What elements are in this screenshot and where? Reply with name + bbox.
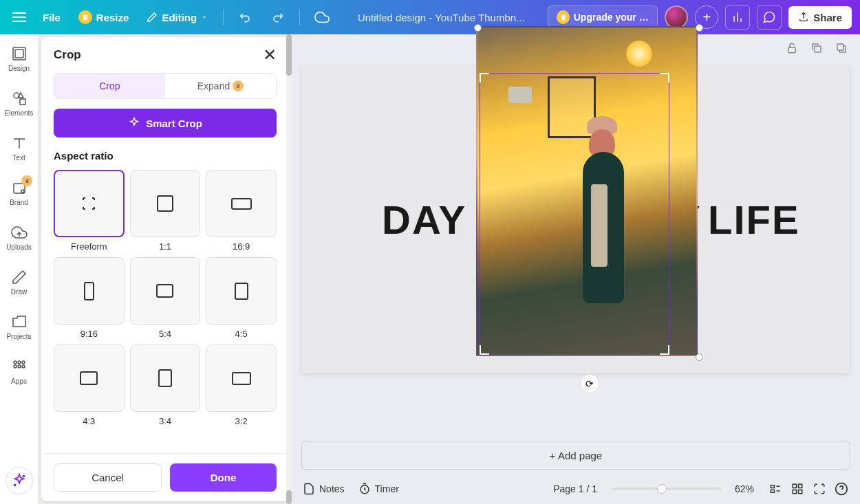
svg-rect-18 bbox=[771, 485, 774, 488]
svg-rect-1 bbox=[15, 50, 23, 58]
left-sidebar: Design Elements Text ♛Brand Uploads Draw… bbox=[0, 34, 39, 504]
crown-icon: ♛ bbox=[78, 10, 92, 24]
svg-point-8 bbox=[22, 361, 25, 364]
rotate-handle[interactable]: ⟳ bbox=[580, 374, 599, 393]
svg-point-6 bbox=[14, 361, 17, 364]
cancel-button[interactable]: Cancel bbox=[54, 463, 162, 492]
aspect-label: Freeform bbox=[54, 241, 125, 252]
svg-rect-3 bbox=[20, 99, 25, 105]
zoom-percentage[interactable]: 62% bbox=[735, 483, 754, 494]
aspect-label: 3:2 bbox=[206, 416, 277, 426]
sidebar-item-brand[interactable]: ♛Brand bbox=[0, 178, 38, 208]
panel-scrollbar[interactable] bbox=[286, 34, 292, 504]
crown-badge-icon: ♛ bbox=[21, 175, 32, 186]
aspect-label: 4:3 bbox=[54, 416, 125, 426]
aspect-ratio-16-9[interactable]: 16:9 bbox=[206, 170, 277, 252]
sparkle-icon bbox=[12, 473, 27, 488]
svg-point-11 bbox=[22, 365, 25, 368]
aspect-label: 5:4 bbox=[130, 329, 201, 339]
svg-point-12 bbox=[23, 476, 24, 477]
design-canvas[interactable]: DAY Y LIFE ⟳ bbox=[302, 66, 850, 373]
aspect-ratio-3-2[interactable]: 3:2 bbox=[206, 344, 277, 426]
outer-handle-tr[interactable] bbox=[696, 24, 703, 32]
svg-rect-15 bbox=[815, 46, 821, 52]
svg-rect-20 bbox=[793, 484, 796, 487]
sidebar-item-elements[interactable]: Elements bbox=[0, 89, 38, 118]
aspect-ratio-9-16[interactable]: 9:16 bbox=[54, 257, 125, 339]
canvas-text-day: DAY bbox=[382, 197, 466, 243]
zoom-slider[interactable] bbox=[611, 487, 721, 490]
cloud-sync-icon[interactable] bbox=[310, 5, 334, 30]
redo-button[interactable] bbox=[265, 5, 290, 30]
sidebar-item-uploads[interactable]: Uploads bbox=[0, 223, 38, 252]
upgrade-button[interactable]: ♛Upgrade your pl... bbox=[548, 6, 658, 29]
sidebar-item-draw[interactable]: Draw bbox=[0, 267, 38, 297]
sidebar-item-apps[interactable]: Apps bbox=[0, 357, 38, 386]
aspect-label: 16:9 bbox=[206, 241, 277, 252]
analytics-button[interactable] bbox=[725, 5, 750, 30]
share-button[interactable]: Share bbox=[788, 6, 852, 29]
sidebar-item-text[interactable]: Text bbox=[0, 133, 38, 163]
aspect-ratio-freeform[interactable]: Freeform bbox=[54, 170, 125, 252]
document-title[interactable]: Untitled design - YouTube Thumbn... bbox=[352, 12, 530, 23]
add-page-button[interactable]: + Add page bbox=[301, 441, 850, 470]
upload-icon bbox=[11, 224, 28, 241]
divider bbox=[223, 9, 224, 25]
aspect-ratio-4-3[interactable]: 4:3 bbox=[54, 344, 125, 426]
menu-button[interactable] bbox=[8, 6, 30, 28]
smart-crop-button[interactable]: Smart Crop bbox=[54, 109, 277, 138]
sidebar-item-design[interactable]: Design bbox=[0, 44, 38, 74]
view-grid-button[interactable] bbox=[790, 481, 805, 496]
export-icon[interactable] bbox=[834, 41, 849, 56]
svg-point-5 bbox=[21, 190, 24, 193]
svg-point-7 bbox=[18, 361, 21, 364]
resize-button[interactable]: ♛Resize bbox=[73, 6, 135, 28]
notes-icon bbox=[303, 483, 315, 495]
duplicate-icon[interactable] bbox=[809, 41, 824, 56]
svg-rect-16 bbox=[837, 44, 843, 50]
outer-handle-br[interactable] bbox=[696, 353, 703, 361]
comment-button[interactable] bbox=[757, 5, 782, 30]
aspect-ratio-3-4[interactable]: 3:4 bbox=[130, 344, 201, 426]
aspect-label: 3:4 bbox=[130, 416, 201, 426]
lock-icon[interactable] bbox=[784, 41, 799, 56]
magic-button[interactable] bbox=[6, 467, 33, 494]
outer-handle-tl[interactable] bbox=[474, 24, 482, 32]
tab-expand[interactable]: Expand♛ bbox=[165, 74, 276, 98]
chevron-down-icon bbox=[201, 14, 208, 21]
avatar[interactable] bbox=[665, 6, 688, 29]
bottom-bar: Notes Timer Page 1 / 1 62% bbox=[292, 474, 860, 504]
canvas-text-life: LIFE bbox=[708, 197, 800, 243]
close-button[interactable]: ✕ bbox=[263, 47, 277, 63]
undo-button[interactable] bbox=[233, 5, 258, 30]
panel-title: Crop bbox=[54, 48, 81, 62]
file-menu[interactable]: File bbox=[37, 8, 66, 28]
aspect-ratio-5-4[interactable]: 5:4 bbox=[130, 257, 201, 339]
crop-panel: Crop ✕ Crop Expand♛ Smart Crop Aspect ra… bbox=[39, 34, 292, 504]
timer-icon bbox=[358, 483, 371, 495]
editing-dropdown[interactable]: Editing bbox=[141, 8, 213, 28]
sparkle-icon bbox=[128, 117, 140, 129]
canvas-image[interactable] bbox=[476, 26, 698, 356]
svg-point-10 bbox=[18, 365, 21, 368]
svg-rect-23 bbox=[799, 490, 802, 494]
timer-button[interactable]: Timer bbox=[358, 483, 399, 495]
sidebar-item-projects[interactable]: Projects bbox=[0, 312, 38, 342]
page-indicator[interactable]: Page 1 / 1 bbox=[553, 483, 597, 494]
svg-rect-19 bbox=[771, 490, 774, 493]
help-button[interactable] bbox=[834, 481, 849, 496]
aspect-ratio-4-5[interactable]: 4:5 bbox=[206, 257, 277, 339]
svg-rect-21 bbox=[799, 484, 802, 487]
notes-button[interactable]: Notes bbox=[303, 483, 345, 495]
apps-icon bbox=[11, 358, 28, 375]
text-icon bbox=[11, 135, 28, 151]
view-list-button[interactable] bbox=[768, 481, 783, 496]
canvas-area: DAY Y LIFE ⟳ + Add page bbox=[292, 34, 860, 504]
share-icon bbox=[798, 12, 809, 23]
pencil-icon bbox=[147, 12, 158, 23]
fullscreen-button[interactable] bbox=[812, 481, 827, 496]
tab-crop[interactable]: Crop bbox=[54, 74, 165, 98]
aspect-ratio-1-1[interactable]: 1:1 bbox=[130, 170, 201, 252]
done-button[interactable]: Done bbox=[170, 463, 277, 492]
top-bar: File ♛Resize Editing Untitled design - Y… bbox=[0, 0, 860, 34]
